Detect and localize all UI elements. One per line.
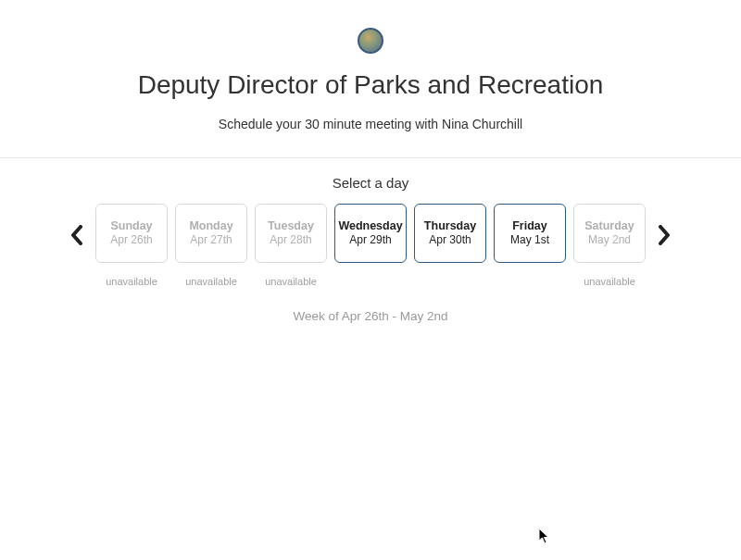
chevron-right-icon (657, 225, 672, 245)
page-subtitle: Schedule your 30 minute meeting with Nin… (0, 117, 741, 131)
day-col-6: Saturday May 2nd unavailable (573, 204, 646, 287)
day-col-1: Monday Apr 27th unavailable (175, 204, 247, 287)
day-card-tuesday: Tuesday Apr 28th (255, 204, 327, 263)
header: Deputy Director of Parks and Recreation … (0, 0, 741, 131)
day-date: Apr 30th (429, 233, 471, 248)
prev-week-button[interactable] (66, 205, 88, 265)
day-card-saturday: Saturday May 2nd (573, 204, 646, 263)
day-card-sunday: Sunday Apr 26th (95, 204, 168, 263)
day-col-4: Thursday Apr 30th (414, 204, 486, 263)
cursor-icon (538, 528, 551, 544)
day-col-0: Sunday Apr 26th unavailable (95, 204, 168, 287)
unavailable-label: unavailable (106, 276, 157, 287)
day-date: Apr 26th (110, 233, 152, 248)
day-name: Wednesday (338, 218, 402, 233)
day-card-friday[interactable]: Friday May 1st (494, 204, 566, 263)
unavailable-label: unavailable (185, 276, 237, 287)
day-card-monday: Monday Apr 27th (175, 204, 247, 263)
day-name: Saturday (584, 218, 634, 233)
unavailable-label: unavailable (265, 276, 317, 287)
next-week-button[interactable] (653, 205, 675, 265)
day-date: Apr 29th (349, 233, 391, 248)
week-row: Sunday Apr 26th unavailable Monday Apr 2… (0, 204, 741, 287)
day-date: May 2nd (588, 233, 631, 248)
day-name: Thursday (424, 218, 476, 233)
unavailable-label: unavailable (584, 276, 635, 287)
day-card-wednesday[interactable]: Wednesday Apr 29th (334, 204, 407, 263)
page-title: Deputy Director of Parks and Recreation (0, 70, 741, 100)
day-date: Apr 27th (190, 233, 232, 248)
day-col-5: Friday May 1st (494, 204, 566, 263)
day-col-2: Tuesday Apr 28th unavailable (255, 204, 327, 287)
day-name: Friday (512, 218, 547, 233)
select-day-label: Select a day (0, 175, 741, 191)
day-name: Sunday (110, 218, 152, 233)
day-col-3: Wednesday Apr 29th (334, 204, 407, 263)
week-range-label: Week of Apr 26th - May 2nd (0, 309, 741, 323)
day-name: Tuesday (268, 218, 314, 233)
day-card-thursday[interactable]: Thursday Apr 30th (414, 204, 486, 263)
org-logo (358, 28, 383, 54)
day-date: Apr 28th (270, 233, 311, 248)
divider (0, 157, 741, 158)
day-name: Monday (189, 218, 232, 233)
day-date: May 1st (510, 233, 549, 248)
chevron-left-icon (69, 225, 84, 245)
